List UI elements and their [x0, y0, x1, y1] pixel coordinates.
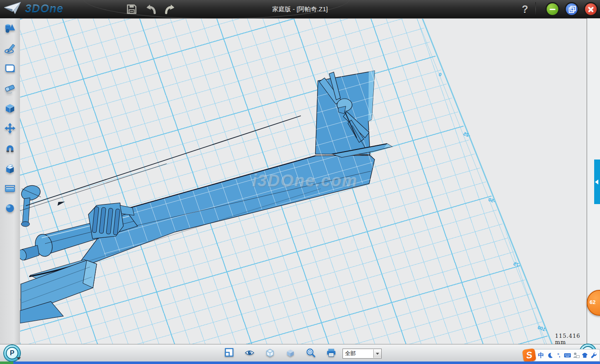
shaded-button[interactable]: [285, 347, 296, 358]
community-badge-count: 62: [590, 299, 595, 305]
wireframe-button[interactable]: [265, 347, 275, 358]
save-icon: [125, 3, 138, 15]
close-button[interactable]: [585, 3, 597, 15]
undo-button[interactable]: [144, 3, 158, 15]
taskbar-strip: [0, 362, 600, 364]
titlebar: 3DOne: [0, 0, 600, 19]
magnet-icon: [4, 142, 16, 155]
wireframe-cube-icon: [265, 347, 275, 358]
zoom-search-icon: [305, 347, 316, 358]
app-logo: 3DOne: [3, 1, 63, 17]
display-filter-value: 全部: [343, 350, 373, 357]
bottom-toolbar: P: [0, 344, 600, 362]
ime-punctuation-button[interactable]: °,: [555, 350, 562, 360]
ime-skin-button[interactable]: [581, 350, 589, 360]
ime-logo[interactable]: S: [522, 348, 536, 362]
feature-cube-icon: [4, 102, 16, 115]
move-icon: [4, 122, 16, 135]
minimize-button[interactable]: [547, 3, 558, 15]
display-filter-arrow-button[interactable]: [373, 349, 381, 358]
view-layout-button[interactable]: [224, 347, 235, 358]
user-stats-icon: [572, 352, 580, 359]
sidebar-tool-feature[interactable]: [0, 98, 20, 118]
window-title: 家庭版 - [阿帕奇.Z1]: [175, 0, 425, 18]
solid-cube-icon: [285, 347, 296, 358]
sketch-pencil-icon: [4, 42, 16, 55]
display-filter-dropdown[interactable]: 全部: [342, 349, 382, 359]
shirt-icon: [581, 352, 588, 359]
ime-stats-button[interactable]: [572, 350, 580, 360]
chevron-left-icon: [595, 180, 598, 184]
titlebar-tools: [125, 3, 177, 15]
primitives-icon: [4, 22, 16, 35]
wrench-icon: [590, 352, 597, 359]
dimension-readout: 115.416 mm: [555, 333, 587, 344]
titlebar-divider: [535, 2, 536, 16]
sidebar-tool-primitives[interactable]: [0, 18, 20, 38]
right-rail: 62: [587, 18, 600, 344]
ime-keyboard-button[interactable]: [563, 350, 571, 360]
moon-icon: [547, 352, 553, 359]
minimize-icon: [550, 9, 555, 10]
sidebar-tool-sketch[interactable]: [0, 38, 20, 58]
assembly-box-icon: [4, 162, 16, 175]
taskbar-start-segment: [0, 362, 13, 364]
tool-sidebar: [0, 18, 20, 344]
eraser-icon: [4, 82, 16, 95]
zoom-button[interactable]: [305, 347, 316, 358]
print-icon: [326, 347, 337, 358]
sidebar-tool-edit-sketch[interactable]: [0, 58, 20, 78]
watermark: i3DOne.com: [252, 171, 358, 190]
titlebar-right: ?: [519, 0, 597, 18]
community-badge[interactable]: 62: [587, 290, 600, 316]
visibility-eye-icon: [244, 347, 255, 358]
ime-mode-button[interactable]: 中: [537, 350, 545, 360]
sketch-surface-icon: [4, 62, 16, 75]
help-button[interactable]: ?: [519, 3, 531, 15]
sidebar-tool-material[interactable]: [0, 198, 20, 218]
visibility-button[interactable]: [244, 347, 255, 358]
material-sphere-icon: [4, 202, 16, 214]
paper-plane-icon: [3, 1, 22, 17]
keyboard-icon: [564, 352, 571, 359]
sidebar-tool-special[interactable]: [0, 78, 20, 98]
panel-toggle-tab[interactable]: [594, 160, 600, 204]
redo-icon: [164, 3, 176, 15]
ime-fullwidth-button[interactable]: [546, 350, 554, 360]
restore-button[interactable]: [566, 3, 578, 15]
sidebar-tool-measure[interactable]: [0, 178, 20, 198]
save-button[interactable]: [125, 3, 138, 15]
sidebar-tool-assembly[interactable]: [0, 158, 20, 178]
undo-icon: [145, 3, 157, 15]
3done-app-window: 3DOne: [0, 0, 600, 364]
print-button[interactable]: [326, 347, 337, 358]
brand-text: 3DOne: [25, 2, 63, 15]
measure-icon: [4, 182, 16, 194]
ime-settings-button[interactable]: [590, 350, 598, 360]
view-layout-icon: [224, 347, 235, 358]
chevron-down-icon: [376, 353, 379, 357]
3d-viewport[interactable]: i3DOne.com 0 -25 -50 -75 -100 115.416 mm: [20, 18, 587, 344]
view-tools: [224, 347, 337, 358]
ime-toolbar: S 中 °,: [532, 349, 600, 362]
sidebar-tool-move[interactable]: [0, 118, 20, 138]
sidebar-tool-constraint[interactable]: [0, 138, 20, 158]
